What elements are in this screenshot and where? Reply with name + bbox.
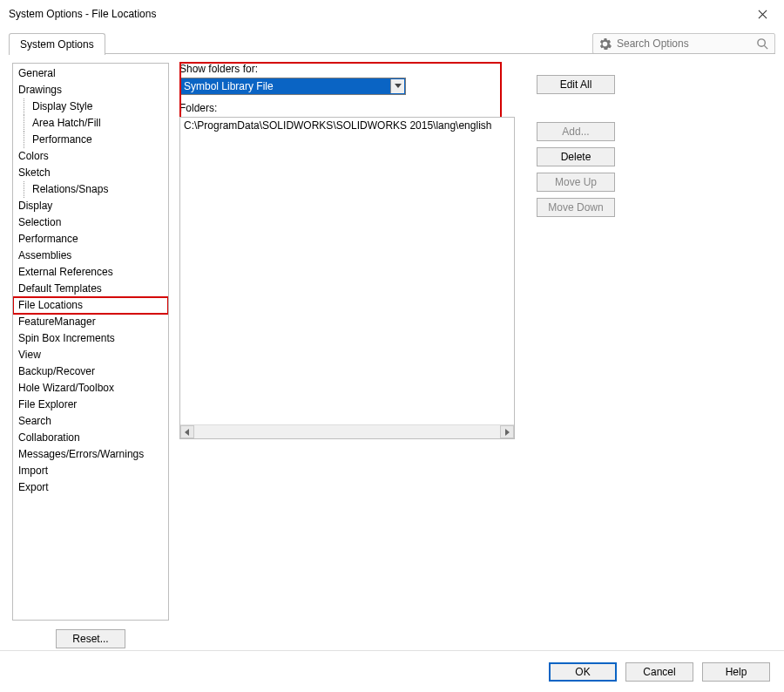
folder-action-buttons: Edit All Add... Delete Move Up Move Down (537, 75, 615, 217)
scroll-track[interactable] (194, 425, 500, 438)
sidebar-item-messages-errors-warnings[interactable]: Messages/Errors/Warnings (13, 446, 168, 463)
gear-icon (598, 37, 612, 51)
search-options-box[interactable] (592, 33, 775, 54)
scroll-right-icon[interactable] (500, 425, 514, 438)
sidebar-item-file-explorer[interactable]: File Explorer (13, 397, 168, 413)
svg-line-1 (764, 45, 767, 49)
horizontal-scrollbar[interactable] (180, 424, 514, 438)
main-panel: Show folders for: Symbol Library File Fo… (179, 63, 772, 643)
sidebar-item-view[interactable]: View (13, 347, 168, 363)
sidebar-item-performance[interactable]: Performance (13, 231, 168, 248)
sidebar-item-default-templates[interactable]: Default Templates (13, 281, 168, 297)
sidebar-item-general[interactable]: General (13, 65, 168, 82)
close-icon (758, 10, 767, 19)
sidebar-item-external-references[interactable]: External References (13, 264, 168, 281)
top-bar: System Options (0, 26, 784, 54)
category-sidebar: GeneralDrawingsDisplay StyleArea Hatch/F… (12, 63, 169, 621)
sidebar-item-featuremanager[interactable]: FeatureManager (13, 314, 168, 330)
add-button[interactable]: Add... (537, 122, 615, 141)
tab-system-options[interactable]: System Options (9, 33, 105, 55)
move-up-button[interactable]: Move Up (537, 173, 615, 192)
sidebar-item-selection[interactable]: Selection (13, 214, 168, 231)
sidebar-item-drawings[interactable]: Drawings (13, 82, 168, 98)
sidebar-item-backup-recover[interactable]: Backup/Recover (13, 363, 168, 380)
search-input[interactable] (617, 37, 751, 50)
sidebar-item-display[interactable]: Display (13, 198, 168, 214)
sidebar-item-file-locations[interactable]: File Locations (13, 297, 168, 314)
sidebar-item-hole-wizard-toolbox[interactable]: Hole Wizard/Toolbox (13, 380, 168, 397)
sidebar-item-export[interactable]: Export (13, 479, 168, 496)
close-button[interactable] (749, 5, 775, 23)
chevron-down-icon (390, 79, 404, 93)
sidebar-item-collaboration[interactable]: Collaboration (13, 430, 168, 446)
sidebar-item-area-hatch-fill[interactable]: Area Hatch/Fill (13, 115, 168, 132)
sidebar-item-search[interactable]: Search (13, 413, 168, 430)
sidebar-item-performance[interactable]: Performance (13, 132, 168, 148)
tab-border (9, 53, 775, 54)
sidebar-item-sketch[interactable]: Sketch (13, 165, 168, 181)
move-down-button[interactable]: Move Down (537, 198, 615, 217)
body-area: GeneralDrawingsDisplay StyleArea Hatch/F… (9, 54, 775, 643)
sidebar-item-colors[interactable]: Colors (13, 148, 168, 165)
ok-button[interactable]: OK (549, 662, 617, 682)
svg-point-0 (758, 38, 765, 45)
sidebar-item-spin-box-increments[interactable]: Spin Box Increments (13, 330, 168, 347)
tab-strip: System Options (9, 26, 105, 54)
title-bar: System Options - File Locations (0, 0, 784, 26)
dialog-footer: OK Cancel Help (0, 650, 784, 692)
folders-listbox[interactable]: C:\ProgramData\SOLIDWORKS\SOLIDWORKS 201… (179, 117, 515, 439)
folder-path-item[interactable]: C:\ProgramData\SOLIDWORKS\SOLIDWORKS 201… (180, 118, 514, 133)
sidebar-item-assemblies[interactable]: Assemblies (13, 248, 168, 264)
folders-label: Folders: (179, 102, 772, 114)
cancel-button[interactable]: Cancel (625, 662, 693, 682)
help-button[interactable]: Help (702, 662, 770, 682)
reset-wrap: Reset... (12, 629, 169, 648)
sidebar-item-relations-snaps[interactable]: Relations/Snaps (13, 181, 168, 198)
reset-button[interactable]: Reset... (56, 629, 125, 648)
sidebar-item-import[interactable]: Import (13, 463, 168, 479)
scroll-left-icon[interactable] (180, 425, 194, 438)
delete-button[interactable]: Delete (537, 147, 615, 166)
search-icon (756, 37, 769, 51)
window-title: System Options - File Locations (9, 8, 156, 20)
dropdown-value: Symbol Library File (184, 80, 274, 92)
show-folders-label: Show folders for: (179, 63, 772, 75)
show-folders-dropdown[interactable]: Symbol Library File (179, 78, 406, 95)
sidebar-item-display-style[interactable]: Display Style (13, 98, 168, 115)
edit-all-button[interactable]: Edit All (537, 75, 615, 94)
